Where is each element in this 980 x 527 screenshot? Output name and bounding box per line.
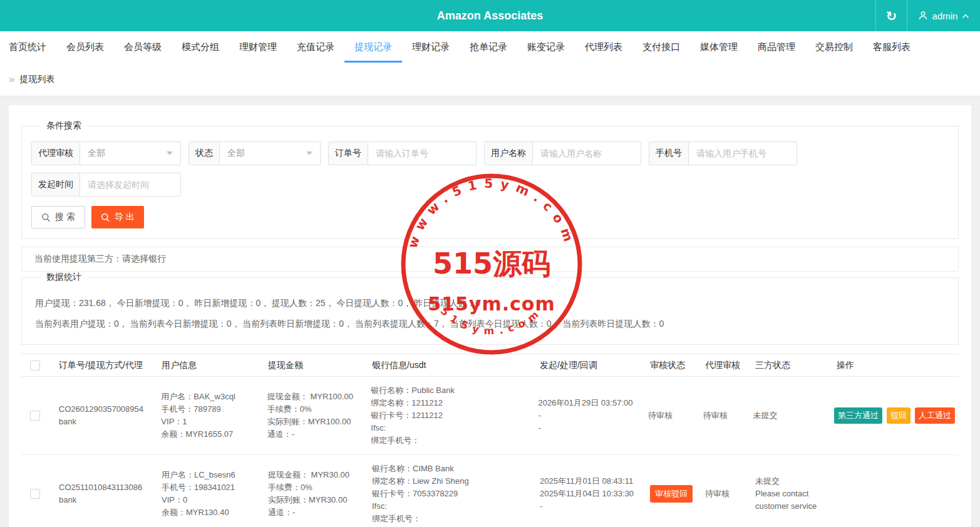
order-cell: CO2601290357008954 bank [49, 403, 154, 428]
stats-fieldset: 数据统计 用户提现：231.68， 今日新增提现：0， 昨日新增提现：0， 提现… [21, 272, 959, 345]
tab-payment-interface[interactable]: 支付接口 [632, 31, 690, 63]
start-time-filter: 发起时间 [31, 173, 181, 197]
col-time-header: 发起/处理/回调 [534, 360, 644, 371]
agent-audit-filter: 代理审核 全部 [31, 141, 181, 165]
select-all-cell [21, 361, 49, 371]
col-agent-header: 代理审核 [700, 360, 750, 371]
col-action-header: 操作 [832, 360, 959, 371]
col-amount-header: 提现金额 [262, 360, 366, 371]
header-right: ↻ admin [875, 0, 980, 31]
tab-finance-management[interactable]: 理财管理 [229, 31, 287, 63]
app-header: Amazon Associates ↻ admin [0, 0, 980, 31]
col-audit-header: 审核状态 [644, 360, 700, 371]
bank-info-cell: 银行名称：CIMB Bank 绑定名称：Liew Zhi Sheng 银行卡号：… [366, 463, 534, 525]
phone-label: 手机号 [649, 142, 689, 165]
agent-audit-cell: 待审核 [700, 488, 750, 500]
tab-withdrawal-records[interactable]: 提现记录 [344, 31, 402, 63]
user-info-cell: 用户名：BAK_w3cql 手机号：789789 VIP：1 余额：MYR165… [153, 391, 260, 441]
export-search-icon [101, 213, 110, 222]
select-all-checkbox[interactable] [30, 361, 40, 371]
chevron-up-icon [962, 13, 969, 19]
agent-audit-label: 代理审核 [32, 142, 80, 165]
username-filter: 用户名称 [484, 141, 641, 165]
start-time-label: 发起时间 [32, 173, 80, 196]
stats-legend: 数据统计 [40, 272, 88, 283]
time-cell: 2025年11月01日 08:43:11 2025年11月04日 10:33:3… [534, 475, 644, 513]
amount-cell: 提现金额： MYR30.00 手续费：0% 实际到账：MYR30.00 通道：- [262, 469, 366, 519]
status-value: 全部 [227, 148, 245, 159]
main-nav: 首页统计 会员列表 会员等级 模式分组 理财管理 充值记录 提现记录 理财记录 … [0, 31, 980, 63]
caret-down-icon [306, 151, 312, 155]
tab-customer-service-list[interactable]: 客服列表 [863, 31, 921, 63]
tab-account-change-records[interactable]: 账变记录 [517, 31, 575, 63]
time-cell: 2026年01月29日 03:57:00 - - [532, 397, 641, 434]
order-no-input[interactable] [368, 142, 476, 165]
agent-audit-select[interactable]: 全部 [80, 142, 180, 165]
tab-recharge-records[interactable]: 充值记录 [287, 31, 344, 63]
tab-transaction-control[interactable]: 交易控制 [805, 31, 863, 63]
row-checkbox[interactable] [30, 411, 40, 421]
row-checkbox[interactable] [30, 489, 40, 499]
withdrawals-table: 订单号/提现方式/代理 用户信息 提现金额 银行信息/usdt 发起/处理/回调… [21, 354, 959, 527]
tab-media-management[interactable]: 媒体管理 [690, 31, 748, 63]
refresh-button[interactable]: ↻ [875, 0, 907, 31]
third-party-pass-button[interactable]: 第三方通过 [834, 407, 882, 424]
order-no-filter: 订单号 [328, 141, 477, 165]
third-status-cell: 未提交 Please contact customer service [750, 475, 832, 513]
tab-finance-records[interactable]: 理财记录 [402, 31, 460, 63]
content-panel: 条件搜索 代理审核 全部 状态 全部 订单 [9, 105, 971, 527]
breadcrumb: » 提现列表 [0, 63, 980, 96]
tab-member-level[interactable]: 会员等级 [114, 31, 172, 63]
status-filter: 状态 全部 [188, 141, 321, 165]
row-check-cell [21, 489, 49, 499]
status-select[interactable]: 全部 [220, 142, 320, 165]
tab-mode-group[interactable]: 模式分组 [172, 31, 229, 63]
username-input[interactable] [533, 142, 641, 165]
order-no-label: 订单号 [329, 142, 368, 165]
action-cell: 第三方通过 驳回 人工通过 [829, 407, 959, 424]
username-label: admin [932, 11, 958, 21]
col-third-header: 三方状态 [750, 360, 832, 371]
user-menu[interactable]: admin [907, 0, 980, 31]
search-legend: 条件搜索 [40, 120, 88, 131]
bank-info-cell: 银行名称：Public Bank 绑定名称：1211212 银行卡号：12112… [364, 384, 532, 447]
app-title: Amazon Associates [0, 9, 980, 23]
start-time-input[interactable] [80, 173, 180, 196]
amount-cell: 提现金额： MYR100.00 手续费：0% 实际到账：MYR100.00 通道… [261, 391, 364, 441]
agent-audit-cell: 待审核 [698, 409, 748, 422]
manual-pass-button[interactable]: 人工通过 [915, 407, 955, 424]
user-icon [918, 11, 928, 21]
col-bank-header: 银行信息/usdt [366, 360, 534, 371]
table-header-row: 订单号/提现方式/代理 用户信息 提现金额 银行信息/usdt 发起/处理/回调… [21, 354, 959, 377]
audit-status-cell: 审核驳回 [644, 485, 700, 503]
tab-home-statistics[interactable]: 首页统计 [0, 31, 56, 63]
search-fieldset: 条件搜索 代理审核 全部 状态 全部 订单 [21, 120, 959, 239]
third-status-cell: 未提交 [748, 409, 829, 422]
phone-input[interactable] [689, 142, 797, 165]
tab-goods-management[interactable]: 商品管理 [748, 31, 805, 63]
search-form-row: 代理审核 全部 状态 全部 订单号 [31, 141, 949, 197]
order-cell: CO2511010843113086 bank [49, 481, 154, 506]
search-button-label: 搜 索 [55, 212, 75, 223]
refresh-icon: ↻ [886, 9, 897, 23]
search-buttons-row: 搜 索 导 出 [31, 206, 949, 228]
page-title: 提现列表 [19, 74, 54, 85]
tab-member-list[interactable]: 会员列表 [56, 31, 114, 63]
caret-down-icon [167, 151, 173, 155]
tab-agent-list[interactable]: 代理列表 [575, 31, 632, 63]
tab-grab-order-records[interactable]: 抢单记录 [460, 31, 517, 63]
username-filter-label: 用户名称 [485, 142, 533, 165]
table-row: CO2601290357008954 bank 用户名：BAK_w3cql 手机… [21, 377, 959, 455]
search-button[interactable]: 搜 索 [31, 206, 85, 228]
audit-status-cell: 待审核 [642, 409, 698, 422]
reject-button[interactable]: 驳回 [887, 407, 910, 424]
agent-audit-value: 全部 [88, 148, 105, 159]
third-party-notice: 当前使用提现第三方：请选择银行 [21, 247, 959, 272]
search-icon [41, 213, 51, 222]
stats-line-1: 用户提现：231.68， 今日新增提现：0， 昨日新增提现：0， 提现人数：25… [31, 293, 949, 314]
export-button-label: 导 出 [115, 212, 135, 223]
stats-line-2: 当前列表用户提现：0， 当前列表今日新增提现：0， 当前列表昨日新增提现：0， … [31, 314, 949, 334]
agent-audit-text: 待审核 [703, 411, 728, 420]
export-button[interactable]: 导 出 [91, 206, 144, 228]
table-row: CO2511010843113086 bank 用户名：LC_bsesn6 手机… [21, 455, 959, 527]
